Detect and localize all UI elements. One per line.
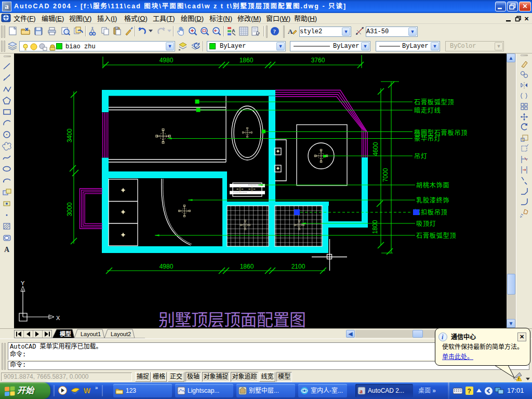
svg-text:乳胶漆终饰: 乳胶漆终饰 bbox=[416, 195, 450, 204]
svg-text:?: ? bbox=[273, 28, 276, 34]
svg-text:Layout2: Layout2 bbox=[111, 331, 131, 337]
svg-text:别墅顶层顶面配置图: 别墅顶层顶面配置图 bbox=[158, 307, 306, 328]
svg-text:暗走灯线: 暗走灯线 bbox=[414, 105, 441, 114]
svg-text:1860: 1860 bbox=[240, 57, 254, 64]
svg-text:石膏板弧型顶: 石膏板弧型顶 bbox=[416, 231, 456, 240]
svg-text:胡桃木饰面: 胡桃木饰面 bbox=[416, 180, 450, 189]
svg-text:A: A bbox=[232, 28, 235, 33]
svg-text:A: A bbox=[4, 246, 10, 254]
svg-text:4980: 4980 bbox=[159, 57, 174, 64]
svg-text:1800: 1800 bbox=[371, 220, 379, 234]
svg-text:W: W bbox=[84, 387, 91, 395]
svg-text:1860: 1860 bbox=[240, 263, 254, 270]
svg-text:2100: 2100 bbox=[291, 263, 305, 270]
svg-text:吸顶灯: 吸顶灯 bbox=[416, 219, 436, 228]
svg-text:?: ? bbox=[468, 388, 471, 395]
svg-text:3760: 3760 bbox=[311, 57, 325, 64]
svg-text:吊灯: 吊灯 bbox=[414, 151, 428, 160]
svg-text:3000: 3000 bbox=[66, 202, 73, 216]
svg-text:4600: 4600 bbox=[372, 142, 379, 156]
svg-text:a: a bbox=[360, 388, 363, 395]
svg-text:模型: 模型 bbox=[60, 329, 71, 338]
svg-text:3400: 3400 bbox=[66, 128, 73, 142]
svg-text:7000: 7000 bbox=[382, 168, 389, 182]
svg-text:豪华吊灯: 豪华吊灯 bbox=[414, 134, 441, 142]
svg-text:石膏板弧型顶: 石膏板弧型顶 bbox=[414, 97, 454, 106]
svg-text:A: A bbox=[288, 28, 293, 35]
svg-text:4980: 4980 bbox=[159, 263, 174, 270]
svg-text:X: X bbox=[56, 315, 60, 321]
svg-text:Layout1: Layout1 bbox=[81, 331, 101, 337]
svg-text:Y: Y bbox=[21, 280, 25, 286]
